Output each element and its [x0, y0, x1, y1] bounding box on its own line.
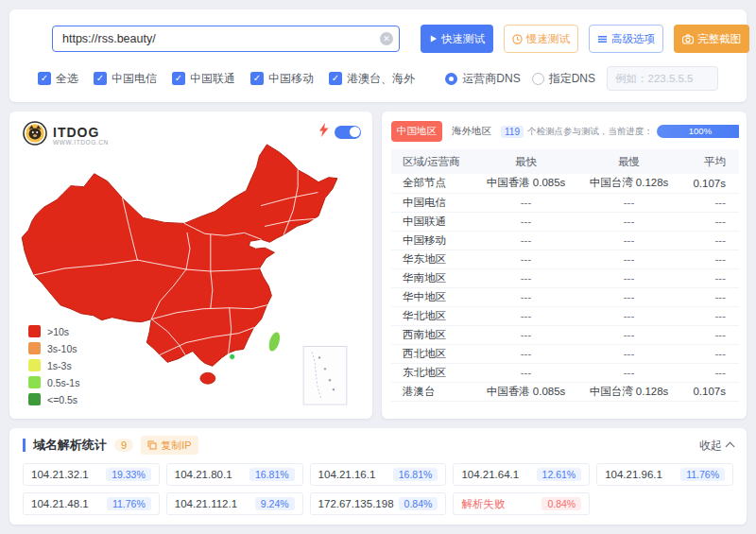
- ip-value: 104.21.16.1: [318, 469, 376, 480]
- legend-label: 0.5s-1s: [47, 377, 79, 388]
- results-header-row: 中国地区海外地区 119 个检测点参与测试，当前进度： 100%: [391, 121, 739, 142]
- options-icon: [597, 34, 608, 44]
- legend-item: <=0.5s: [28, 393, 79, 405]
- checkbox-box[interactable]: ✓: [329, 72, 342, 85]
- ip-percentage: 11.76%: [107, 497, 151, 510]
- ip-item: 172.67.135.1980.84%: [310, 492, 447, 515]
- checkbox-label: 中国联通: [190, 71, 235, 87]
- checkbox-china-telecom[interactable]: ✓中国电信: [94, 71, 157, 87]
- dog-logo-icon: [23, 121, 47, 149]
- radio-dot[interactable]: [532, 73, 544, 85]
- radio-label: 指定DNS: [549, 71, 595, 87]
- slowest-cell: ---: [577, 363, 680, 382]
- ip-item: 104.21.16.116.81%: [310, 463, 447, 486]
- avg-cell: ---: [680, 193, 739, 212]
- avg-cell: ---: [680, 268, 739, 287]
- legend-swatch: [28, 359, 41, 371]
- collapse-label: 收起: [699, 438, 722, 454]
- hainan-island: [200, 372, 215, 384]
- region-cell: 中国电信: [391, 193, 474, 212]
- ip-percentage: 11.76%: [680, 468, 725, 481]
- ip-item: 104.21.32.119.33%: [23, 463, 160, 486]
- checkbox-china-mobile[interactable]: ✓中国移动: [250, 71, 314, 87]
- table-header-row: 区域/运营商最快最慢平均: [391, 149, 739, 174]
- copy-ip-label: 复制IP: [161, 439, 191, 453]
- ip-item: 104.21.48.111.76%: [23, 492, 160, 515]
- fastest-cell: 中国香港 0.085s: [474, 382, 577, 401]
- table-row: 全部节点中国香港 0.085s中国台湾 0.128s0.107s: [391, 174, 739, 193]
- copy-ip-button[interactable]: 复制IP: [141, 436, 198, 455]
- dns-options: 运营商DNS指定DNS: [445, 66, 718, 91]
- table-row: 中国移动---------: [391, 231, 739, 250]
- checkbox-box[interactable]: ✓: [250, 72, 264, 85]
- advanced-options-button[interactable]: 高级选项: [589, 25, 663, 53]
- checkbox-box[interactable]: ✓: [172, 72, 185, 85]
- slowest-cell: ---: [577, 193, 680, 212]
- url-input[interactable]: [52, 26, 400, 52]
- fastest-cell: ---: [474, 193, 577, 212]
- ip-value: 104.21.80.1: [175, 469, 232, 480]
- ip-item: 解析失败0.84%: [453, 492, 590, 515]
- full-screenshot-button-label: 完整截图: [697, 32, 741, 46]
- radio-dot[interactable]: [445, 73, 457, 85]
- ip-value: 解析失败: [461, 497, 505, 511]
- fastest-cell: ---: [474, 231, 577, 250]
- isp-dns-radio[interactable]: 运营商DNS: [445, 71, 520, 87]
- fastest-cell: ---: [474, 363, 577, 382]
- tab-overseas-region[interactable]: 海外地区: [446, 121, 497, 142]
- ip-percentage: 0.84%: [399, 497, 438, 510]
- legend-label: 1s-3s: [47, 360, 72, 371]
- avg-cell: ---: [680, 231, 739, 250]
- progress-value: 100%: [689, 126, 712, 136]
- slowest-cell: ---: [577, 306, 680, 325]
- fastest-cell: ---: [474, 212, 577, 231]
- south-china-sea-inset: [303, 346, 347, 405]
- results-table: 区域/运营商最快最慢平均 全部节点中国香港 0.085s中国台湾 0.128s0…: [391, 149, 739, 402]
- map-controls: [318, 123, 361, 141]
- table-row: 中国电信---------: [391, 193, 739, 212]
- advanced-options-button-label: 高级选项: [611, 32, 655, 46]
- legend-label: >10s: [47, 326, 69, 337]
- avg-cell: ---: [680, 344, 739, 363]
- slow-test-button[interactable]: 慢速测试: [504, 25, 578, 53]
- camera-icon: [682, 34, 694, 44]
- middle-row: ITDOG WWW.ITDOG.CN: [9, 112, 747, 419]
- custom-dns-radio[interactable]: 指定DNS: [532, 71, 595, 87]
- ip-percentage: 19.33%: [106, 468, 151, 481]
- slowest-cell: ---: [577, 325, 680, 344]
- options-row: ✓全选✓中国电信✓中国联通✓中国移动✓港澳台、海外 运营商DNS指定DNS: [38, 66, 718, 91]
- table-row: 华中地区---------: [391, 287, 739, 306]
- url-input-wrap: ✕: [52, 26, 400, 52]
- checkbox-select-all[interactable]: ✓全选: [38, 71, 78, 87]
- tab-china-region[interactable]: 中国地区: [391, 121, 442, 142]
- ip-item: 104.21.80.116.81%: [166, 463, 303, 486]
- itdog-logo: ITDOG WWW.ITDOG.CN: [23, 121, 109, 149]
- taiwan-island: [266, 330, 283, 353]
- region-cell: 华中地区: [391, 287, 474, 306]
- collapse-button[interactable]: 收起: [699, 438, 733, 454]
- full-screenshot-button[interactable]: 完整截图: [674, 25, 749, 53]
- legend-item: 3s-10s: [28, 342, 79, 354]
- avg-cell: 0.107s: [680, 174, 739, 193]
- checkbox-label: 全选: [56, 71, 78, 87]
- legend-swatch: [28, 325, 41, 337]
- clear-input-icon[interactable]: ✕: [380, 32, 393, 45]
- ip-percentage: 16.81%: [249, 468, 295, 481]
- checkbox-box[interactable]: ✓: [38, 72, 51, 85]
- quick-test-button[interactable]: 快速测试: [421, 25, 493, 53]
- map-toggle-switch[interactable]: [335, 126, 361, 139]
- checkbox-china-unicom[interactable]: ✓中国联通: [172, 71, 235, 87]
- logo-title: ITDOG: [53, 126, 109, 139]
- avg-cell: ---: [680, 250, 739, 268]
- dns-input[interactable]: [607, 66, 718, 91]
- progress-note: 个检测点参与测试，当前进度：: [527, 126, 653, 138]
- column-header: 平均: [680, 149, 739, 174]
- fastest-cell: ---: [474, 325, 577, 344]
- checkbox-box[interactable]: ✓: [94, 72, 107, 85]
- column-header: 区域/运营商: [391, 149, 474, 174]
- ip-item: 104.21.64.112.61%: [453, 463, 590, 486]
- region-cell: 华南地区: [391, 268, 474, 287]
- radio-label: 运营商DNS: [462, 71, 520, 87]
- column-header: 最快: [474, 149, 577, 174]
- checkbox-hmt-overseas[interactable]: ✓港澳台、海外: [329, 71, 415, 87]
